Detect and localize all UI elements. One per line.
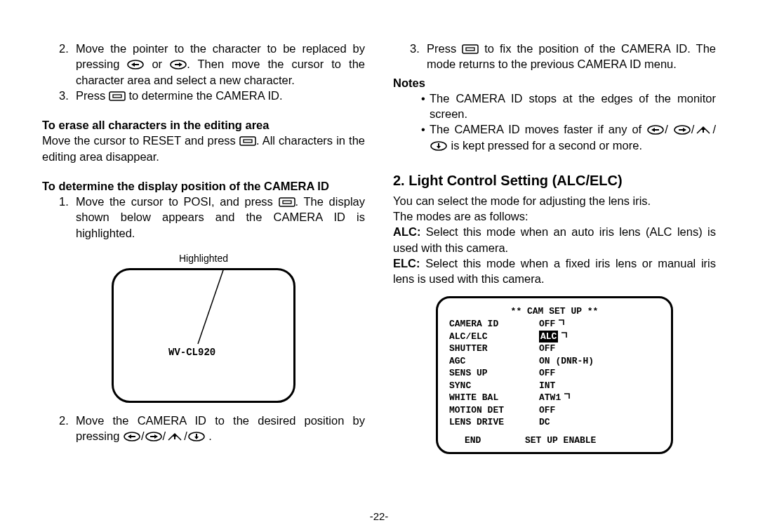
pos-step-1: 1. Move the cursor to POSI, and press . … (59, 194, 365, 241)
submenu-hook-icon (558, 319, 565, 326)
svg-rect-25 (466, 48, 474, 51)
menu-row: CAMERA IDOFF (449, 318, 660, 331)
menu-row-label: MOTION DET (449, 404, 539, 417)
svg-rect-20 (174, 436, 175, 439)
nav-button-icon (239, 136, 256, 146)
alc-label: ALC: (393, 225, 420, 238)
right-step-3-body: Press to fix the position of the CAMERA … (427, 41, 716, 72)
nav-button-icon (462, 44, 479, 54)
menu-row: ALC/ELCALC (449, 331, 660, 343)
position-list-2: 2. Move the CAMERA ID to the desired pos… (59, 413, 365, 444)
menu-row-value: OFF (539, 343, 555, 355)
svg-line-12 (198, 268, 224, 344)
svg-rect-24 (463, 45, 478, 53)
svg-rect-31 (679, 129, 683, 131)
position-list: 1. Move the cursor to POSI, and press . … (59, 194, 365, 241)
menu-row-label: SYNC (449, 380, 539, 392)
text: or (152, 58, 162, 70)
text: is kept pressed for a second or more. (451, 139, 642, 152)
arrow-up-icon (695, 125, 712, 135)
two-column-layout: 2. Move the pointer to the character to … (42, 41, 716, 510)
svg-rect-6 (109, 92, 125, 100)
arrow-right-icon (170, 60, 187, 69)
svg-marker-27 (651, 128, 655, 132)
intro-2: The modes are as follows: (393, 208, 716, 224)
svg-rect-5 (175, 64, 179, 65)
arrow-left-icon (647, 125, 664, 135)
page: 2. Move the pointer to the character to … (0, 0, 758, 532)
cam-setup-menu: ** CAM SET UP ** CAMERA IDOFFALC/ELCALCS… (436, 296, 673, 454)
svg-rect-8 (240, 137, 255, 145)
text: Select this mode when a fixed iris lens … (393, 257, 716, 285)
menu-row-value: DC (539, 416, 550, 429)
menu-row-value: OFF (539, 404, 555, 417)
svg-rect-36 (438, 143, 439, 147)
menu-row-label: WHITE BAL (449, 392, 539, 404)
right-column: 3. Press to fix the position of the CAME… (393, 41, 716, 510)
menu-row: AGCON (DNR-H) (449, 355, 660, 368)
menu-row: MOTION DETOFF (449, 404, 660, 417)
list-number: 1. (59, 194, 76, 241)
text: Press (427, 42, 456, 55)
elc-paragraph: ELC: Select this mode when a fixed iris … (393, 255, 716, 287)
arrow-left-icon (124, 432, 140, 441)
menu-row: LENS DRIVEDC (449, 416, 660, 429)
menu-row-label: SHUTTER (449, 343, 539, 355)
pos-step-1-body: Move the cursor to POSI, and press . The… (76, 194, 365, 241)
list-number: 3. (59, 88, 76, 103)
page-number: -22- (42, 510, 716, 524)
svg-rect-10 (279, 198, 295, 206)
svg-marker-1 (131, 62, 135, 67)
svg-rect-2 (135, 64, 139, 65)
menu-end: END (465, 434, 525, 447)
alc-paragraph: ALC: Select this mode when an auto iris … (393, 224, 716, 255)
elc-label: ELC: (393, 257, 420, 270)
menu-row-value: OFF (539, 318, 565, 331)
menu-row-label: ALC/ELC (449, 331, 539, 343)
svg-rect-28 (655, 129, 659, 131)
menu-title: ** CAM SET UP ** (449, 305, 660, 318)
pos-step-2-body: Move the CAMERA ID to the desired positi… (76, 413, 365, 444)
text: . Then move the cursor to the character … (76, 58, 365, 86)
svg-rect-7 (113, 95, 121, 98)
arrow-down-icon (430, 141, 447, 151)
highlighted-label: Highlighted (179, 252, 228, 265)
svg-rect-11 (283, 201, 291, 204)
svg-marker-30 (683, 128, 686, 132)
text: . (208, 430, 212, 442)
arrow-right-icon (674, 125, 691, 135)
arrow-right-icon (145, 432, 162, 441)
step-2-body: Move the pointer to the character to be … (76, 41, 365, 88)
menu-enable: SET UP ENABLE (525, 434, 596, 447)
notes-list: • The CAMERA ID stops at the edges of th… (410, 91, 716, 153)
nav-button-icon (109, 91, 126, 101)
note-1-body: The CAMERA ID stops at the edges of the … (430, 91, 716, 122)
erase-heading: To erase all characters in the editing a… (42, 117, 365, 133)
step-3-body: Press to determine the CAMERA ID. (76, 88, 365, 103)
right-step-3: 3. Press to fix the position of the CAME… (410, 41, 716, 72)
menu-row-value: ON (DNR-H) (539, 355, 594, 368)
section-headline: 2. Light Control Setting (ALC/ELC) (393, 171, 716, 190)
menu-row-value: ATW1 (539, 392, 571, 404)
svg-rect-9 (244, 140, 252, 142)
step-3: 3. Press to determine the CAMERA ID. (59, 88, 365, 103)
menu-row-label: SENS UP (449, 367, 539, 380)
diagram: Highlighted WV-CL920 (42, 242, 365, 403)
menu-row-value: ALC (539, 331, 568, 343)
svg-rect-33 (703, 129, 704, 133)
menu-row: SYNCINT (449, 380, 660, 392)
text: Press (76, 89, 105, 102)
pos-step-2: 2. Move the CAMERA ID to the desired pos… (59, 413, 365, 444)
note-2-body: The CAMERA ID moves faster if any of / /… (430, 121, 716, 153)
text: The CAMERA ID moves faster if any of (430, 123, 641, 135)
right-list: 3. Press to fix the position of the CAME… (410, 41, 716, 72)
note-2: • The CAMERA ID moves faster if any of /… (417, 121, 716, 153)
arrow-down-icon (188, 432, 205, 441)
nav-button-icon (279, 197, 295, 207)
menu-bottom-row: END SET UP ENABLE (449, 434, 660, 447)
menu-row: WHITE BALATW1 (449, 392, 660, 404)
text: to determine the CAMERA ID. (128, 89, 282, 102)
svg-rect-18 (150, 436, 154, 437)
svg-rect-15 (131, 436, 135, 437)
text: Move the CAMERA ID to the desired positi… (76, 414, 365, 442)
